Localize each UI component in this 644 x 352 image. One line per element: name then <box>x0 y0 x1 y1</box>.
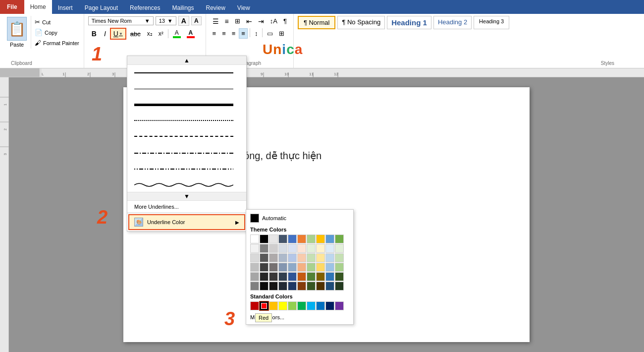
tab-references[interactable]: References <box>124 2 166 14</box>
color-cell[interactable] <box>278 253 287 262</box>
style-heading1[interactable]: Heading 1 <box>387 16 431 29</box>
color-cell[interactable] <box>297 253 306 262</box>
font-color-button[interactable]: A <box>184 28 197 40</box>
strikethrough-button[interactable]: abc <box>127 29 144 39</box>
underline-medium[interactable] <box>127 81 246 97</box>
align-center-button[interactable]: ≡ <box>219 28 228 39</box>
align-left-button[interactable]: ≡ <box>210 28 219 39</box>
color-cell[interactable] <box>250 235 259 243</box>
underline-color-button[interactable]: 🎨 Underline Color ▶ <box>128 214 245 230</box>
color-cell[interactable] <box>297 263 306 272</box>
color-cell[interactable] <box>250 272 259 281</box>
color-cell[interactable] <box>269 244 278 253</box>
color-cell[interactable] <box>269 263 278 272</box>
color-cell[interactable] <box>316 253 325 262</box>
std-color-green[interactable] <box>297 301 306 310</box>
style-no-spacing[interactable]: ¶ No Spacing <box>337 16 385 29</box>
underline-wave[interactable] <box>127 176 246 192</box>
color-cell[interactable] <box>278 235 287 243</box>
color-cell[interactable] <box>325 272 334 281</box>
style-heading2[interactable]: Heading 2 <box>433 16 472 29</box>
align-right-button[interactable]: ≡ <box>229 28 238 39</box>
style-normal[interactable]: ¶ Normal <box>298 16 336 29</box>
color-cell[interactable] <box>297 282 306 291</box>
color-cell[interactable] <box>316 235 325 243</box>
tab-home[interactable]: Home <box>24 0 52 14</box>
color-cell[interactable] <box>316 272 325 281</box>
color-cell[interactable] <box>335 235 344 243</box>
std-color-darkblue[interactable] <box>325 301 334 310</box>
color-cell[interactable] <box>269 282 278 291</box>
underline-solid[interactable] <box>127 65 246 81</box>
color-cell[interactable] <box>269 253 278 262</box>
color-cell[interactable] <box>307 235 316 243</box>
underline-dashed[interactable] <box>127 128 246 144</box>
superscript-button[interactable]: x² <box>156 29 166 39</box>
color-cell[interactable] <box>307 244 316 253</box>
color-cell[interactable] <box>260 282 268 291</box>
multilevel-list-button[interactable]: ⊞ <box>232 16 243 27</box>
color-cell[interactable] <box>335 263 344 272</box>
bold-button[interactable]: B <box>88 28 100 39</box>
shading-button[interactable]: ▭ <box>265 28 275 39</box>
color-cell[interactable] <box>269 235 278 243</box>
color-cell[interactable] <box>335 244 344 253</box>
increase-indent-button[interactable]: ⇥ <box>256 16 267 27</box>
color-cell[interactable] <box>278 244 287 253</box>
color-cell[interactable] <box>325 253 334 262</box>
underline-dot-dot[interactable] <box>127 160 246 176</box>
color-cell[interactable] <box>297 244 306 253</box>
color-cell[interactable] <box>297 235 306 243</box>
tab-view[interactable]: View <box>231 2 256 14</box>
color-cell[interactable] <box>250 263 259 272</box>
show-paragraph-button[interactable]: ¶ <box>281 16 289 27</box>
color-cell[interactable] <box>278 263 287 272</box>
style-heading3[interactable]: Heading 3 <box>474 16 509 29</box>
decrease-indent-button[interactable]: ⇤ <box>244 16 255 27</box>
color-cell[interactable] <box>260 253 268 262</box>
underline-dash-dot[interactable] <box>127 144 246 160</box>
underline-dotted[interactable] <box>127 113 246 128</box>
color-cell[interactable] <box>307 253 316 262</box>
decrease-font-size-button[interactable]: A <box>191 16 202 25</box>
justify-button[interactable]: ≡ <box>239 28 248 39</box>
underline-button[interactable]: U ▼ <box>110 28 126 40</box>
std-color-yellow[interactable] <box>278 301 287 310</box>
std-color-lightblue[interactable] <box>307 301 316 310</box>
std-color-orange[interactable] <box>269 301 278 310</box>
std-color-darkred[interactable] <box>250 301 259 310</box>
font-name-dropdown[interactable]: Times New Rom ▼ <box>88 16 154 25</box>
format-painter-button[interactable]: 🖌 Format Painter <box>33 39 81 47</box>
color-cell[interactable] <box>325 282 334 291</box>
color-cell[interactable] <box>278 282 287 291</box>
increase-font-size-button[interactable]: A <box>178 16 189 26</box>
color-cell[interactable] <box>325 244 334 253</box>
color-cell[interactable] <box>335 272 344 281</box>
italic-button[interactable]: I <box>101 28 109 39</box>
color-cell[interactable] <box>307 263 316 272</box>
automatic-color-button[interactable]: Automatic <box>248 212 351 225</box>
tab-file[interactable]: File <box>0 0 24 14</box>
tab-insert[interactable]: Insert <box>52 2 79 14</box>
sort-button[interactable]: ↕A <box>268 16 280 27</box>
numbering-button[interactable]: ≡ <box>222 16 231 27</box>
color-cell[interactable] <box>288 282 297 291</box>
color-cell[interactable] <box>278 272 287 281</box>
color-cell[interactable] <box>335 253 344 262</box>
color-cell[interactable] <box>288 244 297 253</box>
color-cell[interactable] <box>297 272 306 281</box>
tab-mailings[interactable]: Mailings <box>166 2 200 14</box>
color-cell[interactable] <box>269 272 278 281</box>
font-size-dropdown[interactable]: 13 ▼ <box>156 16 176 25</box>
underline-thick[interactable] <box>127 97 246 113</box>
color-cell[interactable] <box>260 263 268 272</box>
std-color-blue[interactable] <box>316 301 325 310</box>
std-color-red[interactable] <box>260 301 268 310</box>
subscript-button[interactable]: x₂ <box>145 29 155 39</box>
tab-review[interactable]: Review <box>200 2 231 14</box>
scroll-up-button[interactable]: ▲ <box>127 56 246 65</box>
color-cell[interactable] <box>325 263 334 272</box>
color-cell[interactable] <box>316 244 325 253</box>
cut-button[interactable]: ✂ Cut <box>33 18 81 26</box>
color-cell[interactable] <box>288 272 297 281</box>
